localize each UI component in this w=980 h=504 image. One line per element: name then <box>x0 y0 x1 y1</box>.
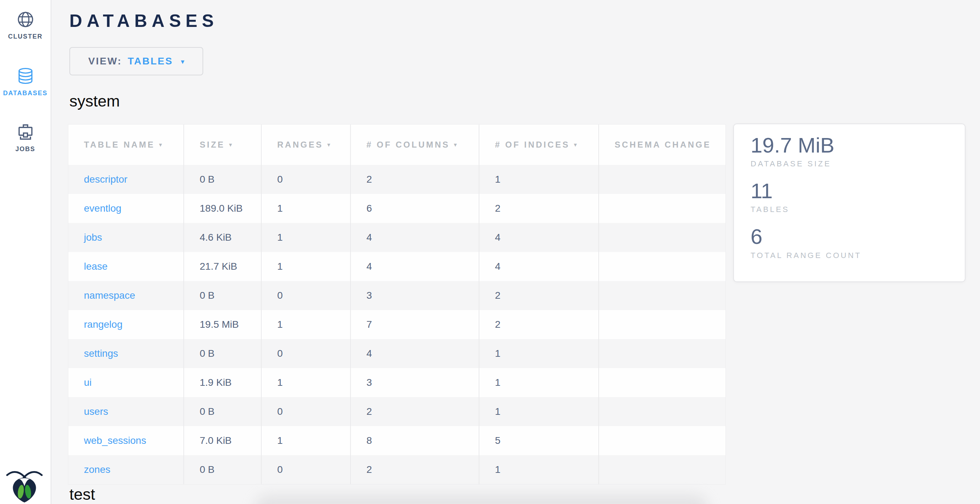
size-cell: 7.0 KiB <box>184 426 262 455</box>
num-columns-cell: 7 <box>351 310 479 339</box>
section-heading-test: test <box>69 486 95 502</box>
table-name-link[interactable]: web_sessions <box>68 426 184 455</box>
column-header-table-name[interactable]: TABLE NAME ▾ <box>68 125 184 165</box>
schema-change-cell <box>599 223 725 252</box>
sidebar-item-cluster[interactable]: CLUSTER <box>0 11 51 40</box>
stat-value: 19.7 MiB <box>751 134 965 157</box>
size-cell: 0 B <box>184 455 262 484</box>
num-indices-cell: 2 <box>479 310 599 339</box>
tables-count-stat: 11 TABLES <box>751 179 965 214</box>
ranges-cell: 0 <box>262 397 351 426</box>
table-row: web_sessions 7.0 KiB 1 8 5 <box>68 426 725 455</box>
table-row: descriptor 0 B 0 2 1 <box>68 165 725 194</box>
schema-change-cell <box>599 252 725 281</box>
database-icon <box>17 67 34 85</box>
ranges-cell: 0 <box>262 339 351 368</box>
num-indices-cell: 5 <box>479 426 599 455</box>
num-indices-cell: 1 <box>479 397 599 426</box>
sidebar-item-databases[interactable]: DATABASES <box>0 67 51 97</box>
schema-change-cell <box>599 426 725 455</box>
range-count-stat: 6 TOTAL RANGE COUNT <box>751 225 965 260</box>
stat-value: 6 <box>751 225 965 248</box>
system-tables-table: TABLE NAME ▾ SIZE ▾ RANGES ▾ # OF COLUMN… <box>68 124 726 485</box>
chevron-down-icon: ▾ <box>181 57 185 66</box>
num-indices-cell: 1 <box>479 165 599 194</box>
briefcase-icon <box>17 123 34 141</box>
sidebar-item-label: JOBS <box>15 145 35 153</box>
size-cell: 21.7 KiB <box>184 252 262 281</box>
table-name-link[interactable]: descriptor <box>68 165 184 194</box>
column-header-num-columns[interactable]: # OF COLUMNS ▾ <box>351 125 479 165</box>
table-name-link[interactable]: lease <box>68 252 184 281</box>
table-row: ui 1.9 KiB 1 3 1 <box>68 368 725 397</box>
stat-label: TABLES <box>751 205 965 214</box>
sidebar-item-label: CLUSTER <box>8 33 43 40</box>
ranges-cell: 1 <box>262 310 351 339</box>
bottom-scroll-shadow <box>255 495 708 504</box>
size-cell: 189.0 KiB <box>184 194 262 223</box>
ranges-cell: 0 <box>262 165 351 194</box>
table-header-row: TABLE NAME ▾ SIZE ▾ RANGES ▾ # OF COLUMN… <box>68 125 725 165</box>
column-header-schema-change: SCHEMA CHANGE <box>599 125 725 165</box>
table-name-link[interactable]: eventlog <box>68 194 184 223</box>
table-name-link[interactable]: settings <box>68 339 184 368</box>
globe-icon <box>17 11 34 28</box>
table-row: jobs 4.6 KiB 1 4 4 <box>68 223 725 252</box>
num-columns-cell: 8 <box>351 426 479 455</box>
schema-change-cell <box>599 165 725 194</box>
schema-change-cell <box>599 339 725 368</box>
database-summary-card: 19.7 MiB DATABASE SIZE 11 TABLES 6 TOTAL… <box>733 124 966 282</box>
table-row: lease 21.7 KiB 1 4 4 <box>68 252 725 281</box>
size-cell: 0 B <box>184 165 262 194</box>
size-cell: 0 B <box>184 397 262 426</box>
num-columns-cell: 6 <box>351 194 479 223</box>
ranges-cell: 0 <box>262 455 351 484</box>
table-name-link[interactable]: namespace <box>68 281 184 310</box>
table-name-link[interactable]: ui <box>68 368 184 397</box>
num-columns-cell: 4 <box>351 339 479 368</box>
section-heading-system: system <box>69 93 120 109</box>
table-body: descriptor 0 B 0 2 1 eventlog 189.0 KiB … <box>68 165 725 484</box>
size-cell: 19.5 MiB <box>184 310 262 339</box>
column-header-size[interactable]: SIZE ▾ <box>184 125 262 165</box>
ranges-cell: 1 <box>262 368 351 397</box>
num-indices-cell: 1 <box>479 368 599 397</box>
view-dropdown-label: VIEW: <box>88 56 122 67</box>
page-title: DATABASES <box>69 11 218 31</box>
ranges-cell: 1 <box>262 252 351 281</box>
databases-page: CLUSTER DATABASES JOBS <box>0 0 980 504</box>
view-dropdown[interactable]: VIEW: TABLES ▾ <box>69 47 203 75</box>
table-row: settings 0 B 0 4 1 <box>68 339 725 368</box>
sort-arrow-icon: ▾ <box>574 142 578 148</box>
column-header-num-indices[interactable]: # OF INDICES ▾ <box>479 125 599 165</box>
ranges-cell: 0 <box>262 281 351 310</box>
num-columns-cell: 3 <box>351 368 479 397</box>
num-columns-cell: 4 <box>351 252 479 281</box>
schema-change-cell <box>599 194 725 223</box>
table-row: zones 0 B 0 2 1 <box>68 455 725 484</box>
sidebar-item-jobs[interactable]: JOBS <box>0 123 51 153</box>
table-row: rangelog 19.5 MiB 1 7 2 <box>68 310 725 339</box>
stat-label: DATABASE SIZE <box>751 159 965 169</box>
stat-value: 11 <box>751 179 965 203</box>
schema-change-cell <box>599 368 725 397</box>
table-row: eventlog 189.0 KiB 1 6 2 <box>68 194 725 223</box>
num-columns-cell: 2 <box>351 397 479 426</box>
sidebar-item-label: DATABASES <box>3 89 48 97</box>
table-name-link[interactable]: rangelog <box>68 310 184 339</box>
table-name-link[interactable]: users <box>68 397 184 426</box>
size-cell: 4.6 KiB <box>184 223 262 252</box>
sort-arrow-icon: ▾ <box>328 142 332 148</box>
ranges-cell: 1 <box>262 223 351 252</box>
num-indices-cell: 4 <box>479 223 599 252</box>
table-name-link[interactable]: jobs <box>68 223 184 252</box>
num-indices-cell: 2 <box>479 194 599 223</box>
column-header-ranges[interactable]: RANGES ▾ <box>262 125 351 165</box>
num-indices-cell: 2 <box>479 281 599 310</box>
schema-change-cell <box>599 455 725 484</box>
sort-arrow-icon: ▾ <box>159 142 164 148</box>
size-cell: 1.9 KiB <box>184 368 262 397</box>
table-name-link[interactable]: zones <box>68 455 184 484</box>
schema-change-cell <box>599 397 725 426</box>
table-row: users 0 B 0 2 1 <box>68 397 725 426</box>
